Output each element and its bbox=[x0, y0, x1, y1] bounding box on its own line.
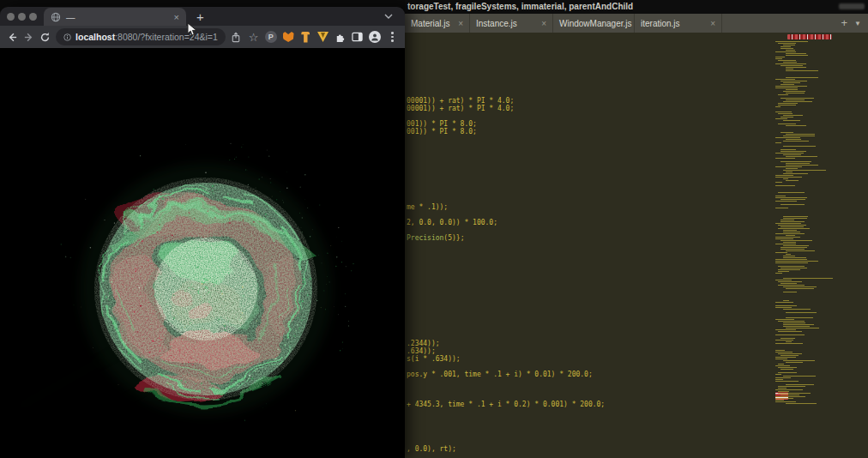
minimap-line bbox=[778, 103, 798, 104]
extensions-puzzle-icon[interactable] bbox=[334, 30, 347, 45]
minimap-line bbox=[783, 256, 795, 256]
minimap-line bbox=[783, 326, 810, 327]
browser-menu-icon[interactable] bbox=[386, 30, 399, 45]
site-info-icon[interactable] bbox=[63, 33, 71, 42]
minimap-line bbox=[783, 82, 800, 83]
side-panel-icon[interactable] bbox=[351, 30, 364, 45]
minimap-line bbox=[781, 369, 793, 370]
minimap-line bbox=[781, 117, 793, 118]
bookmark-star-icon[interactable]: ☆ bbox=[247, 30, 260, 45]
minimap-line bbox=[783, 292, 797, 292]
minimap-line bbox=[783, 91, 805, 92]
new-tab-button[interactable]: + bbox=[196, 9, 204, 26]
editor-tab-iteration[interactable]: iteration.js × bbox=[635, 14, 722, 33]
minimap-line bbox=[781, 221, 805, 222]
minimap[interactable] bbox=[775, 34, 841, 458]
minimap-line bbox=[783, 218, 807, 219]
minimap-line bbox=[775, 158, 795, 159]
minimap-line bbox=[781, 151, 806, 152]
minimap-line bbox=[778, 391, 789, 392]
close-icon[interactable]: × bbox=[541, 19, 546, 28]
minimap-line bbox=[775, 197, 807, 198]
minimap-line bbox=[781, 249, 805, 250]
code-line: Precision(5)}; bbox=[407, 234, 464, 242]
minimap-line bbox=[783, 245, 809, 246]
titlebar-scribble bbox=[839, 3, 865, 9]
minimap-line bbox=[775, 51, 796, 52]
minimap-line bbox=[786, 69, 793, 69]
editor-tab-windowmanager[interactable]: WindowManager.js × bbox=[553, 14, 635, 33]
extension-p-badge-icon[interactable]: P bbox=[264, 30, 277, 45]
new-file-tab-button[interactable]: + bbox=[841, 14, 847, 33]
minimap-line bbox=[778, 353, 802, 354]
code-line: .2344)); bbox=[407, 340, 440, 347]
minimap-line bbox=[786, 235, 795, 236]
code-area[interactable]: 00001)) + rat) * PI * 4.0;00001)) + rat)… bbox=[405, 33, 868, 458]
close-tab-icon[interactable]: × bbox=[174, 12, 179, 22]
minimap-line bbox=[786, 341, 792, 342]
minimap-line bbox=[778, 225, 806, 226]
editor-tab-bar: Material.js × Instance.js × WindowManage… bbox=[405, 14, 868, 33]
tab-search-chevron-icon[interactable] bbox=[384, 7, 393, 22]
extension-fox-icon[interactable] bbox=[281, 30, 294, 45]
share-icon[interactable] bbox=[230, 30, 243, 45]
minimap-line bbox=[775, 166, 802, 167]
browser-tab-title: — bbox=[66, 12, 75, 22]
minimap-line bbox=[783, 257, 806, 258]
minimap-line bbox=[775, 261, 818, 262]
extension-orange-t-icon[interactable] bbox=[299, 30, 312, 45]
editor-tab-instance[interactable]: Instance.js × bbox=[470, 14, 553, 33]
minimap-line bbox=[778, 60, 796, 61]
code-line: , 0.0), rt); bbox=[407, 445, 456, 453]
minimap-line bbox=[783, 115, 803, 116]
close-icon[interactable]: × bbox=[458, 19, 463, 28]
minimap-line bbox=[781, 240, 812, 241]
address-bar[interactable]: localhost:8080/?fxiteration=24&i=1 bbox=[56, 28, 226, 45]
close-icon[interactable]: × bbox=[710, 19, 715, 28]
browser-viewport[interactable] bbox=[0, 48, 405, 458]
minimap-line bbox=[778, 124, 796, 124]
minimap-line bbox=[775, 359, 787, 359]
minimap-line bbox=[775, 352, 793, 353]
minimap-line bbox=[781, 338, 795, 339]
editor-tab-material[interactable]: Material.js × bbox=[405, 14, 470, 33]
minimap-line bbox=[775, 280, 792, 280]
minimap-line bbox=[781, 283, 797, 284]
minimap-line bbox=[786, 362, 803, 363]
minimap-highlight-top bbox=[787, 34, 832, 39]
minimap-line bbox=[786, 77, 818, 78]
minimap-line bbox=[775, 244, 796, 244]
minimap-line bbox=[778, 113, 793, 114]
tab-list-dropdown-icon[interactable]: ▼ bbox=[854, 20, 861, 27]
browser-tab[interactable]: — × bbox=[44, 8, 186, 26]
minimap-line bbox=[775, 201, 797, 202]
minimap-line bbox=[778, 367, 797, 368]
profile-avatar[interactable] bbox=[369, 30, 382, 45]
minimap-line bbox=[778, 388, 787, 389]
close-window-icon[interactable] bbox=[7, 13, 15, 21]
minimap-line bbox=[786, 134, 815, 135]
reload-button[interactable] bbox=[39, 30, 51, 44]
minimap-line bbox=[775, 118, 787, 119]
minimap-line bbox=[786, 254, 791, 255]
minimap-line bbox=[775, 400, 784, 401]
back-button[interactable] bbox=[6, 30, 18, 44]
minimap-line bbox=[783, 232, 800, 232]
minimap-line bbox=[775, 398, 793, 399]
minimap-line bbox=[778, 281, 802, 282]
minimap-line bbox=[781, 395, 799, 395]
minimap-line bbox=[783, 154, 801, 155]
forward-button[interactable] bbox=[22, 30, 34, 44]
editor-tab-label: Instance.js bbox=[476, 19, 517, 28]
minimap-line bbox=[783, 278, 833, 279]
minimap-line bbox=[775, 106, 781, 107]
extension-shield-icon[interactable] bbox=[316, 30, 329, 45]
minimap-line bbox=[783, 178, 788, 179]
minimap-line bbox=[778, 331, 802, 332]
minimize-window-icon[interactable] bbox=[18, 13, 26, 21]
minimap-line bbox=[775, 237, 800, 238]
minimap-line bbox=[783, 324, 814, 325]
minimap-line bbox=[781, 220, 794, 220]
zoom-window-icon[interactable] bbox=[29, 13, 37, 21]
minimap-line bbox=[775, 238, 793, 239]
